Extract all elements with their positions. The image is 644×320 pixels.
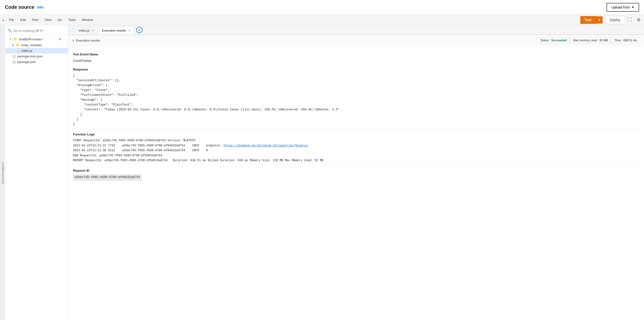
chevron-down-icon: ▼ (631, 6, 634, 9)
tree-item-chatbotfunction[interactable]: ▼ 📁 chatBotFunction / ⚙ … (5, 36, 68, 42)
top-header: Code source Info Upload from ▼ (0, 0, 644, 14)
time-label: Time: (614, 39, 622, 42)
main-layout: Environment 🔍 ▼ 📁 chatBotFunction / ⚙ … (0, 25, 644, 320)
tab-label: index.js (79, 29, 90, 32)
tab-label: Execution results (102, 29, 126, 32)
file-icon: ⬜ (12, 60, 16, 64)
search-icon: 🔍 (8, 29, 12, 32)
settings-button[interactable]: ⚙ (635, 16, 642, 24)
log-line-1: START RequestId: a2bbc745-f665-4589-8780… (73, 139, 196, 142)
status-value: Succeeded (551, 39, 567, 42)
menu-find[interactable]: Find (29, 16, 41, 23)
results-header-left: ▼ Execution results (72, 39, 100, 42)
tree-item-label: chatBotFunction / (19, 38, 43, 41)
info-button[interactable]: Info (37, 5, 44, 9)
deploy-button[interactable]: Deploy (605, 16, 625, 24)
environment-label: Environment (0, 25, 5, 320)
response-title: Response (73, 67, 639, 72)
status-label: Status: (540, 39, 550, 42)
tab-index-js[interactable]: index.js ✕ (75, 26, 98, 34)
status-box: Status: Succeeded (537, 38, 570, 43)
test-btn-group: Test ▼ (580, 16, 603, 24)
menu-go[interactable]: Go (55, 16, 65, 23)
upload-btn-label: Upload from (612, 5, 630, 9)
menu-tools[interactable]: Tools (66, 16, 78, 23)
test-event-title: Test Event Name (73, 52, 639, 57)
tab-execution-results[interactable]: Execution results ✕ (98, 26, 134, 34)
tab-bar: 📄 index.js ✕ Execution results ✕ + (68, 25, 644, 35)
results-panel-title: Execution results (76, 39, 100, 42)
request-id-value: a2bbc745-f665-4589-8780-bf04632a0754 (73, 174, 142, 180)
test-event-name: CovidTracker (73, 58, 639, 64)
folder-icon: 📁 (13, 37, 17, 41)
header-left: Code source Info (5, 4, 44, 10)
file-tab-icon: 📄 (70, 28, 74, 32)
time-value: 838.51 ms (623, 39, 637, 42)
sidebar-content: 🔍 ▼ 📁 chatBotFunction / ⚙ … ▶ 📁 (5, 25, 68, 320)
tree-item-label: package-lock.json (17, 54, 42, 58)
search-bar: 🔍 (5, 27, 68, 34)
log-block: START RequestId: a2bbc745-f665-4589-8780… (73, 138, 639, 163)
file-tree: ▼ 📁 chatBotFunction / ⚙ … ▶ 📁 node_modul… (5, 35, 68, 66)
log-line-4: END RequestId: a2bbc745-f665-4589-8780-b… (73, 154, 162, 157)
results-header-right: Status: Succeeded Max memory used: 92 MB… (537, 38, 640, 43)
tree-item-package-json[interactable]: ⬜ package.json (5, 59, 68, 65)
tree-item-node-modules[interactable]: ▶ 📁 node_modules (5, 42, 68, 48)
menu-window[interactable]: Window (79, 16, 96, 23)
collapse-icon: ▼ (72, 39, 74, 42)
tree-item-label: index.js (22, 49, 32, 52)
tree-item-label: package.json (17, 60, 36, 64)
menu-view[interactable]: View (42, 16, 54, 23)
editor-area: 📄 index.js ✕ Execution results ✕ + ▼ Exe… (68, 25, 644, 320)
log-line-5: REPORT RequestId: a2bbc745-f665-4589-878… (73, 159, 324, 162)
memory-label: Max memory used: (573, 39, 598, 42)
request-id-title: Request ID (73, 168, 639, 173)
add-tab-button[interactable]: + (136, 27, 142, 33)
results-body: Test Event Name CovidTracker Response { … (68, 46, 644, 184)
tab-close-icon[interactable]: ✕ (128, 29, 130, 32)
logs-title: Function Logs (73, 132, 639, 137)
menu-file[interactable]: File (6, 16, 17, 23)
collapse-icon: ▲ (2, 18, 4, 22)
search-input[interactable] (14, 29, 66, 32)
results-header: ▼ Execution results Status: Succeeded Ma… (68, 35, 644, 46)
file-icon: ⬜ (12, 55, 16, 58)
menu-bar-left: ▲ File Edit Find View Go Tools Window (2, 16, 579, 23)
tab-close-icon[interactable]: ✕ (92, 29, 94, 32)
test-dropdown-button[interactable]: ▼ (596, 16, 603, 24)
log-line-3: 2023-02-23T13:11:38.551Z a2bbc745-f665-4… (73, 149, 208, 152)
memory-value: 92 MB (600, 39, 608, 42)
endpoint-link[interactable]: https://disease.sh/v3/covid-19/countries… (224, 144, 308, 147)
menu-edit[interactable]: Edit (18, 16, 29, 23)
gear-icon[interactable]: ⚙ (58, 38, 61, 41)
chevron-down-icon: ▼ (9, 38, 12, 40)
log-line-2: 2023-02-23T13:11:37.772Z a2bbc745-f665-4… (73, 144, 308, 147)
file-icon: ⬜ (16, 49, 20, 52)
upload-from-button[interactable]: Upload from ▼ (606, 3, 639, 12)
app-title: Code source (5, 4, 34, 10)
time-box: Time: 838.51 ms (611, 38, 640, 43)
tree-item-package-lock[interactable]: ⬜ package-lock.json (5, 54, 68, 59)
test-button[interactable]: Test (580, 16, 596, 24)
tree-item-index-js[interactable]: ⬜ index.js (5, 48, 68, 54)
fullscreen-button[interactable]: ⛶ (626, 16, 633, 23)
folder-icon: 📁 (16, 43, 20, 47)
sidebar: Environment 🔍 ▼ 📁 chatBotFunction / ⚙ … (0, 25, 68, 320)
memory-box: Max memory used: 92 MB (570, 38, 611, 43)
results-panel: ▼ Execution results Status: Succeeded Ma… (68, 35, 644, 320)
menu-bar: ▲ File Edit Find View Go Tools Window Te… (0, 14, 644, 25)
response-json: { "sessionAttributes": {}, "dialogAction… (73, 73, 639, 127)
chevron-right-icon: ▶ (12, 44, 14, 46)
menu-bar-right: ⛶ ⚙ (626, 16, 642, 24)
tree-item-ellipsis: … (63, 38, 66, 40)
tree-item-label: node_modules (21, 43, 42, 47)
